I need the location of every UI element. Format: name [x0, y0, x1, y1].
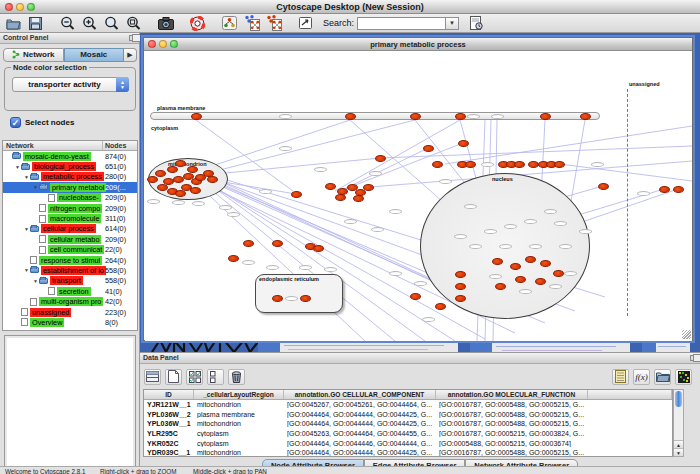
network-node-unhighlighted[interactable] [637, 191, 650, 196]
network-node[interactable] [510, 263, 521, 270]
network-node-unhighlighted[interactable] [564, 271, 577, 276]
network-node-unhighlighted[interactable] [219, 205, 232, 210]
network-node-unhighlighted[interactable] [192, 201, 205, 206]
network-node-unhighlighted[interactable] [579, 229, 592, 234]
open-folder-icon[interactable] [654, 369, 671, 385]
network-node[interactable] [432, 161, 443, 168]
network-node[interactable] [300, 295, 311, 302]
network-node-unhighlighted[interactable] [172, 200, 185, 205]
attribute-table-icon[interactable] [144, 369, 161, 385]
float-panel-icon[interactable] [690, 355, 697, 361]
network-node[interactable] [525, 256, 536, 263]
background-window[interactable] [642, 341, 690, 352]
network-canvas[interactable]: plasma membranemitochondrionnucleusendop… [145, 51, 692, 341]
annotation-icon[interactable] [297, 15, 314, 31]
network-node[interactable] [465, 161, 476, 168]
network-node-unhighlighted[interactable] [389, 209, 402, 214]
network-node[interactable] [423, 145, 434, 152]
network-node[interactable] [535, 278, 546, 285]
resize-grip[interactable] [682, 330, 691, 339]
scrollbar-thumb[interactable] [675, 391, 682, 407]
tree-row[interactable]: ▼primary metabol209(... [3, 182, 137, 192]
network-node-unhighlighted[interactable] [344, 219, 357, 224]
network-node[interactable] [455, 295, 466, 302]
network-node[interactable] [272, 295, 283, 302]
tree-column-nodes[interactable]: Nodes [103, 141, 137, 150]
tree-row[interactable]: multi-organism pro42(0) [3, 296, 137, 306]
tree-row[interactable]: ▼cellular process614(0) [3, 224, 137, 234]
network-node-unhighlighted[interactable] [285, 296, 298, 301]
network-node-unhighlighted[interactable] [279, 146, 292, 151]
table-row[interactable]: YDR039C__1mitochondrion[GO:0044464, GO:0… [144, 448, 672, 457]
column-cellular-layout-region[interactable]: _cellularLayoutRegion [194, 390, 284, 399]
network-node[interactable] [375, 155, 386, 162]
column-id[interactable]: ID [144, 390, 194, 399]
network-node-unhighlighted[interactable] [371, 227, 384, 232]
zoom-in-icon[interactable] [81, 15, 98, 31]
network-node[interactable] [458, 140, 469, 147]
network-node[interactable] [272, 240, 283, 247]
network-node[interactable] [495, 283, 506, 290]
function-builder-icon[interactable]: f(x) [633, 369, 650, 385]
tree-row[interactable]: ▼establishment of lo558(0) [3, 265, 137, 275]
table-row[interactable]: YPL036W__2plasma membrane[GO:0044464, GO… [144, 410, 672, 420]
expander-icon[interactable]: ▼ [32, 184, 39, 190]
network-node[interactable] [175, 190, 186, 197]
table-row[interactable]: YPL036W__1mitochondrion[GO:0044464, GO:0… [144, 419, 672, 429]
network-node[interactable] [363, 184, 374, 191]
network-node[interactable] [410, 113, 421, 120]
network-node-unhighlighted[interactable] [484, 229, 497, 234]
new-network-from-selected-edges-icon[interactable] [265, 15, 282, 31]
zoom-fit-icon[interactable] [125, 15, 142, 31]
scroll-down-icon[interactable]: ▼ [674, 448, 683, 456]
network-node-unhighlighted[interactable] [499, 244, 512, 249]
network-node[interactable] [540, 113, 551, 120]
network-node[interactable] [291, 191, 302, 198]
network-node-unhighlighted[interactable] [491, 114, 504, 119]
zoom-selected-icon[interactable] [103, 15, 120, 31]
expander-icon[interactable]: ▼ [32, 278, 39, 284]
background-window[interactable] [258, 341, 458, 352]
network-node[interactable] [455, 271, 466, 278]
snapshot-icon[interactable] [157, 15, 174, 31]
network-node[interactable] [175, 160, 186, 167]
select-nodes-checkbox[interactable]: ✓ [10, 117, 21, 128]
tree-row[interactable]: nucleobase-209(0) [3, 193, 137, 203]
network-node-unhighlighted[interactable] [266, 265, 279, 270]
network-node-unhighlighted[interactable] [369, 171, 382, 176]
select-all-attributes-icon[interactable] [186, 369, 203, 385]
network-node-unhighlighted[interactable] [464, 204, 477, 209]
network-node[interactable] [410, 293, 421, 300]
search-input[interactable] [357, 17, 445, 30]
network-node-unhighlighted[interactable] [279, 114, 292, 119]
table-row[interactable]: YKR052Ccytoplasm[GO:0044464, GO:0044446,… [144, 438, 672, 448]
network-node-unhighlighted[interactable] [481, 162, 494, 167]
float-panel-icon[interactable] [129, 35, 136, 41]
network-node[interactable] [455, 113, 466, 120]
region-plasma-membrane[interactable] [150, 112, 600, 120]
tree-row[interactable]: cellular metabo209(0) [3, 234, 137, 244]
network-node[interactable] [554, 161, 565, 168]
network-node[interactable] [190, 187, 201, 194]
network-node-unhighlighted[interactable] [414, 281, 427, 286]
network-node-unhighlighted[interactable] [549, 284, 562, 289]
network-node[interactable] [515, 276, 526, 283]
tree-row[interactable]: ▼biological_process651(0) [3, 161, 137, 171]
search-dropdown-icon[interactable]: ▼ [445, 17, 459, 30]
tree-column-network[interactable]: Network [3, 141, 103, 150]
tab-network[interactable]: Network [3, 48, 64, 62]
tree-row[interactable]: nitrogen compo209(0) [3, 203, 137, 213]
vizmapper-icon[interactable] [221, 15, 238, 31]
search-options-icon[interactable] [467, 15, 484, 31]
tree-row[interactable]: secretion41(0) [3, 286, 137, 296]
expander-icon[interactable]: ▼ [14, 164, 21, 170]
network-node[interactable] [325, 183, 336, 190]
open-icon[interactable] [5, 15, 22, 31]
tab-mosaic[interactable]: Mosaic [64, 48, 125, 62]
scroll-up-icon[interactable]: ▲ [674, 440, 683, 448]
help-icon[interactable] [189, 15, 206, 31]
network-node[interactable] [345, 113, 356, 120]
background-window[interactable] [470, 341, 630, 352]
network-node-unhighlighted[interactable] [469, 244, 482, 249]
network-node-unhighlighted[interactable] [439, 179, 452, 184]
